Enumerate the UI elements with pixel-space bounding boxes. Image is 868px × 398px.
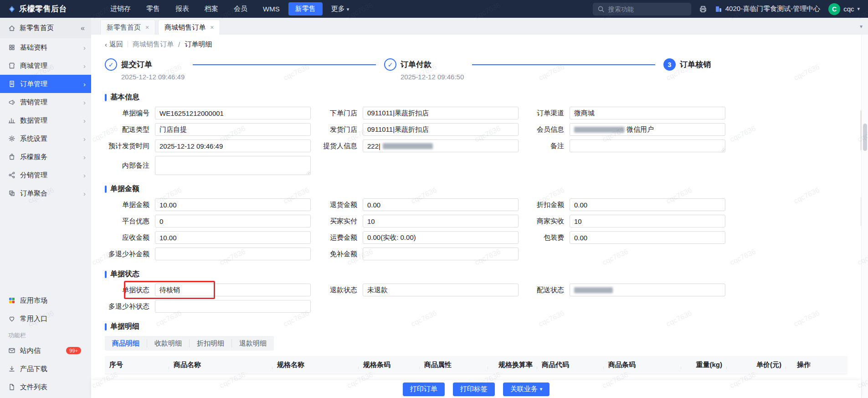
order-icon: [8, 80, 15, 88]
sidebar-item-distribution[interactable]: 分销管理 ›: [0, 166, 91, 184]
nav-item-purchase-sales[interactable]: 进销存: [103, 2, 138, 16]
breadcrumb-parent[interactable]: 商城销售订单: [133, 40, 174, 49]
sidebar-item-file-list[interactable]: 文件列表: [0, 378, 91, 396]
input-doc-status[interactable]: 待核销: [155, 284, 311, 296]
tab-mall-sales-order[interactable]: 商城销售订单 ×: [158, 20, 220, 35]
sidebar-item-label: 常用入口: [20, 315, 47, 323]
resize-handle[interactable]: [721, 148, 724, 151]
section-doc-status: 单据状态: [105, 269, 847, 279]
sidebar-item-label: 营销管理: [20, 98, 47, 107]
internal-remark-textarea[interactable]: [155, 156, 311, 175]
column-header-product-barcode: 商品条码: [604, 361, 681, 369]
nav-item-more[interactable]: 更多▾: [324, 2, 356, 16]
sidebar-item-label: 订单管理: [20, 80, 47, 88]
nav-item-wms[interactable]: WMS: [256, 3, 287, 15]
download-icon: [8, 365, 15, 372]
close-icon[interactable]: ×: [145, 24, 149, 31]
label-expected-ship-time: 预计发货时间: [105, 142, 155, 150]
sidebar-item-common-entry[interactable]: 常用入口: [0, 310, 91, 328]
resize-handle[interactable]: [306, 171, 310, 174]
input-ship-store[interactable]: 0911011|果蔬折扣店: [363, 123, 519, 136]
chevron-right-icon: ›: [83, 80, 86, 88]
sidebar-item-mall-management[interactable]: 商城管理 ›: [0, 57, 91, 75]
sidebar-item-home[interactable]: 新零售首页 «: [0, 18, 91, 38]
nav-item-new-retail[interactable]: 新零售: [288, 2, 323, 16]
input-delivery-status[interactable]: [570, 284, 725, 296]
tabs-overflow-button[interactable]: ▾: [856, 21, 866, 31]
input-freight[interactable]: 0.00(实收: 0.00): [363, 231, 519, 244]
column-header-actions: 操作: [786, 361, 847, 369]
organization-selector[interactable]: 4020-喜临门零食测试-管理中心: [715, 5, 820, 13]
input-delivery-type[interactable]: 门店自提: [155, 123, 311, 136]
chevron-right-icon: ›: [83, 98, 86, 106]
input-pickup-person[interactable]: 222|: [363, 140, 519, 152]
input-discount-amount[interactable]: 0.00: [570, 198, 725, 211]
input-doc-no[interactable]: WE16251212000001: [155, 107, 311, 119]
input-return-amount[interactable]: 0.00: [363, 198, 519, 211]
close-icon[interactable]: ×: [210, 24, 214, 31]
sidebar-item-system-settings[interactable]: 系统设置 ›: [0, 129, 91, 148]
sidebar-item-lemon-services[interactable]: 乐檬服务 ›: [0, 148, 91, 166]
column-header-spec-name: 规格名称: [272, 361, 359, 369]
print-label-button[interactable]: 打印标签: [453, 382, 495, 396]
app-logo[interactable]: 乐檬零售后台: [8, 4, 67, 14]
nav-item-members[interactable]: 会员: [227, 2, 254, 16]
label-internal-remark: 内部备注: [105, 161, 155, 170]
sidebar-item-data-management[interactable]: 数据管理 ›: [0, 111, 91, 129]
sidebar-item-order-aggregation[interactable]: 订单聚合 ›: [0, 184, 91, 202]
grid-icon: [8, 44, 15, 51]
label-platform-discount: 平台优惠: [105, 217, 155, 226]
label-refund-diff-status: 多退少补状态: [105, 302, 155, 311]
related-business-button[interactable]: 关联业务 ▾: [503, 382, 550, 396]
tab-refund-detail[interactable]: 退款明细: [231, 339, 274, 347]
label-order-channel: 订单渠道: [519, 109, 570, 118]
sidebar-item-order-management[interactable]: 订单管理 ›: [0, 75, 91, 93]
logo-icon: [8, 5, 15, 13]
sidebar-item-product-download[interactable]: 产品下载: [0, 360, 91, 378]
user-menu[interactable]: C cqc ▾: [828, 3, 860, 15]
input-order-channel[interactable]: 微商城: [570, 107, 725, 119]
nav-item-archives[interactable]: 档案: [198, 2, 225, 16]
input-expected-ship-time[interactable]: 2025-12-12 09:46:49: [155, 140, 311, 152]
step-label: 提交订单: [121, 59, 152, 70]
printer-icon[interactable]: [699, 5, 707, 13]
back-button[interactable]: ‹返回: [105, 40, 123, 49]
tab-product-detail[interactable]: 商品明细: [105, 339, 147, 347]
input-member-info[interactable]: 微信用户: [570, 123, 725, 136]
tab-payment-detail[interactable]: 收款明细: [147, 339, 189, 347]
caret-down-icon: ▾: [347, 6, 349, 12]
print-order-button[interactable]: 打印订单: [403, 382, 445, 396]
input-buyer-paid[interactable]: 10: [363, 215, 519, 227]
input-merchant-received[interactable]: 10: [570, 215, 725, 227]
nav-item-retail[interactable]: 零售: [139, 2, 167, 16]
navbar-right: 4020-喜临门零食测试-管理中心 C cqc ▾: [593, 3, 860, 16]
store-icon: [8, 62, 15, 69]
input-refund-status[interactable]: 未退款: [363, 284, 519, 296]
sidebar-item-marketing[interactable]: 营销管理 ›: [0, 93, 91, 111]
input-platform-discount[interactable]: 0: [155, 215, 311, 227]
search-icon: [597, 5, 605, 13]
input-order-store[interactable]: 0911011|果蔬折扣店: [363, 107, 519, 119]
tab-discount-detail[interactable]: 折扣明细: [189, 339, 231, 347]
input-packing-fee[interactable]: 0.00: [570, 231, 725, 244]
app-market-icon: [8, 297, 15, 304]
search-input[interactable]: [608, 5, 687, 13]
collapse-sidebar-icon[interactable]: «: [81, 24, 85, 32]
mail-icon: [8, 347, 15, 354]
sidebar-item-basic-data[interactable]: 基础资料 ›: [0, 38, 91, 57]
input-receivable[interactable]: 10.00: [155, 231, 311, 244]
sidebar-item-label: 商城管理: [20, 62, 47, 70]
nav-item-reports[interactable]: 报表: [169, 2, 196, 16]
column-header-spec-rate: 规格换算率: [488, 361, 537, 369]
pickup-prefix: 222|: [367, 142, 380, 150]
global-search[interactable]: [593, 3, 691, 16]
vertical-scrollbar[interactable]: [863, 124, 867, 151]
input-refund-diff-status[interactable]: [155, 300, 311, 313]
remark-textarea[interactable]: [570, 140, 725, 152]
tab-new-retail-home[interactable]: 新零售首页 ×: [100, 20, 155, 35]
sidebar-item-site-mail[interactable]: 站内信 99+: [0, 341, 91, 360]
input-refund-diff-amount[interactable]: [155, 248, 311, 260]
sidebar-item-app-market[interactable]: 应用市场: [0, 291, 91, 310]
input-doc-amount[interactable]: 10.00: [155, 198, 311, 211]
input-exempt-amount[interactable]: [363, 248, 519, 260]
